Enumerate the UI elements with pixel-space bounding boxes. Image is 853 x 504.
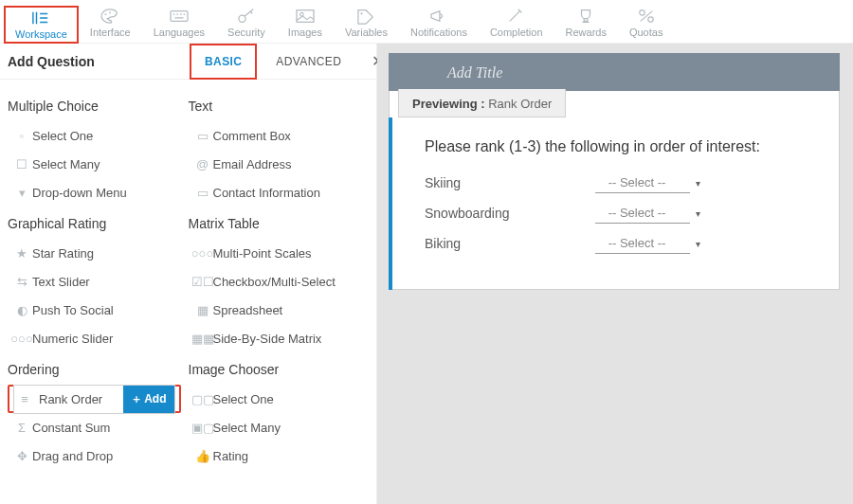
opt-multipoint[interactable]: ○○○Multi-Point Scales	[189, 239, 362, 267]
tag-icon	[355, 8, 376, 25]
toolbar-notifications[interactable]: Notifications	[399, 6, 479, 42]
keyboard-icon	[169, 8, 190, 25]
opt-star-rating[interactable]: ★Star Rating	[8, 239, 181, 267]
svg-point-8	[639, 10, 644, 15]
rank-select[interactable]: -- Select --	[595, 172, 690, 193]
opt-rank-order[interactable]: ≡ Rank Order ＋Add	[8, 385, 181, 413]
caret-icon: ▾	[696, 239, 700, 249]
caret-icon: ▾	[696, 208, 700, 219]
rank-icon: ≡	[14, 392, 35, 406]
opt-numeric-slider[interactable]: ○○○Numeric Slider	[8, 324, 181, 352]
toolbar-label: Images	[288, 27, 322, 38]
opt-select-many[interactable]: ☐Select Many	[8, 150, 181, 178]
checkbox-icon: ☐	[11, 157, 32, 171]
slider-icon: ⇆	[11, 275, 32, 289]
opt-email[interactable]: @Email Address	[189, 150, 362, 178]
trophy-icon	[575, 8, 596, 25]
opt-text-slider[interactable]: ⇆Text Slider	[8, 267, 181, 296]
preview-title[interactable]: Add Title	[389, 57, 840, 91]
toolbar-label: Variables	[345, 27, 388, 38]
toolbar-rewards[interactable]: Rewards	[554, 6, 618, 42]
opt-img-select-many[interactable]: ▣▢Select Many	[189, 413, 362, 441]
tab-basic[interactable]: BASIC	[190, 44, 257, 80]
svg-point-2	[109, 12, 111, 14]
toolbar-languages[interactable]: Languages	[142, 6, 216, 42]
opt-img-select-one[interactable]: ▢▢Select One	[189, 385, 362, 413]
toolbar-completion[interactable]: Completion	[479, 6, 554, 42]
star-icon: ★	[11, 246, 32, 261]
svg-point-1	[107, 18, 109, 20]
percent-icon	[636, 8, 657, 25]
opt-comment-box[interactable]: ▭Comment Box	[189, 121, 362, 150]
megaphone-icon	[428, 8, 449, 25]
textbox-icon: ▭	[192, 129, 213, 143]
palette-icon	[100, 8, 120, 25]
image-one-icon: ▢▢	[192, 392, 213, 406]
preview-panel: Add Title Previewing : Rank Order Please…	[377, 44, 853, 504]
add-button[interactable]: ＋Add	[123, 386, 173, 413]
rank-select[interactable]: -- Select --	[595, 233, 690, 254]
opt-img-rating[interactable]: 👍Rating	[189, 441, 362, 470]
opt-checkbox-multi[interactable]: ☑☐Checkbox/Multi-Select	[189, 267, 362, 296]
toolbar-interface[interactable]: Interface	[79, 6, 142, 42]
toolbar-label: Quotas	[629, 27, 662, 38]
opt-spreadsheet[interactable]: ▦Spreadsheet	[189, 296, 362, 324]
group-matrix: Matrix Table	[189, 216, 362, 231]
svg-point-4	[239, 15, 245, 22]
left-title: Add Question	[0, 54, 190, 69]
group-graphical: Graphical Rating	[8, 216, 181, 231]
opt-push-social[interactable]: ◐Push To Social	[8, 296, 181, 324]
opt-drag-drop[interactable]: ✥Drag and Drop	[8, 441, 181, 470]
rank-select[interactable]: -- Select --	[595, 203, 690, 224]
svg-rect-3	[171, 11, 188, 22]
numeric-icon: ○○○	[11, 332, 32, 346]
image-icon	[295, 8, 316, 25]
group-multiple-choice: Multiple Choice	[8, 99, 181, 114]
svg-point-0	[105, 13, 107, 15]
opt-dropdown[interactable]: ▾Drop-down Menu	[8, 178, 181, 207]
opt-select-one[interactable]: ◦Select One	[8, 121, 181, 150]
wand-icon	[506, 8, 527, 25]
preview-tab: Previewing : Rank Order	[398, 89, 566, 117]
sigma-icon: Σ	[11, 421, 32, 435]
at-icon: @	[192, 157, 213, 171]
form-icon: ▭	[192, 186, 213, 200]
radio-icon: ◦	[11, 129, 32, 143]
svg-point-9	[647, 17, 652, 22]
matrix-icon: ▦▦	[192, 332, 213, 346]
toolbar-label: Rewards	[566, 27, 607, 38]
toolbar-quotas[interactable]: Quotas	[618, 6, 674, 42]
toolbar-label: Notifications	[410, 27, 467, 38]
preview-question: Please rank (1-3) the following in order…	[425, 138, 819, 155]
preview-row: Skiing -- Select --▾	[425, 172, 819, 193]
preview-row: Biking -- Select --▾	[425, 233, 819, 254]
toolbar-label: Security	[227, 27, 265, 38]
group-image-chooser: Image Chooser	[189, 362, 362, 377]
toolbar-label: Completion	[490, 27, 543, 38]
group-text: Text	[189, 99, 362, 114]
svg-point-7	[361, 12, 363, 14]
svg-rect-5	[297, 10, 314, 23]
thumbs-icon: 👍	[192, 449, 213, 463]
group-ordering: Ordering	[8, 362, 181, 377]
svg-point-6	[299, 12, 303, 16]
share-icon: ◐	[11, 303, 32, 317]
grid-icon: ▦	[192, 303, 213, 317]
opt-constant-sum[interactable]: ΣConstant Sum	[8, 413, 181, 441]
checks-icon: ☑☐	[192, 275, 213, 289]
workspace-icon	[30, 9, 51, 27]
toolbar-variables[interactable]: Variables	[334, 6, 399, 42]
drag-icon: ✥	[11, 449, 32, 463]
dropdown-icon: ▾	[11, 186, 32, 200]
preview-row: Snowboarding -- Select --▾	[425, 203, 819, 224]
toolbar-label: Languages	[154, 27, 205, 38]
opt-sbs-matrix[interactable]: ▦▦Side-By-Side Matrix	[189, 324, 362, 352]
image-many-icon: ▣▢	[192, 421, 213, 435]
toolbar-workspace[interactable]: Workspace	[4, 6, 79, 44]
toolbar-security[interactable]: Security	[216, 6, 277, 42]
top-toolbar: Workspace Interface Languages Security I…	[0, 0, 853, 44]
toolbar-images[interactable]: Images	[277, 6, 334, 42]
toolbar-label: Interface	[90, 27, 131, 38]
opt-contact-info[interactable]: ▭Contact Information	[189, 178, 362, 207]
tab-advanced[interactable]: ADVANCED	[263, 45, 354, 78]
